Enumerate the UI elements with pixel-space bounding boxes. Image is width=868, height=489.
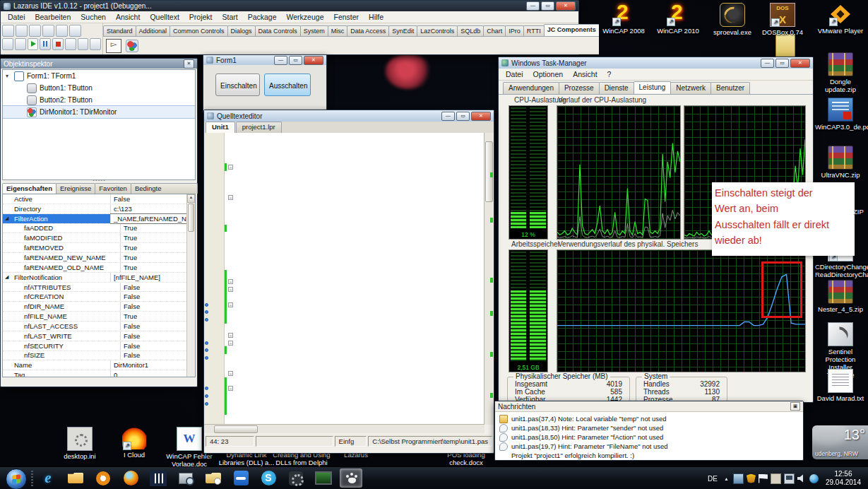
editor-vscrollbar[interactable] <box>484 133 494 425</box>
debug-point-icon[interactable] <box>205 318 208 322</box>
code-line[interactable]: . <box>204 255 484 263</box>
property-value[interactable]: True <box>121 243 195 252</box>
expander-icon[interactable]: ◢ <box>5 216 8 221</box>
scrollbar-thumb[interactable] <box>214 425 258 433</box>
step-out-icon[interactable] <box>90 38 101 50</box>
property-row[interactable]: faMODIFIED True <box>3 233 195 243</box>
form1-titlebar[interactable]: Form1 —▭✕ <box>203 55 326 65</box>
close-icon[interactable]: ✕ <box>184 59 194 69</box>
property-value[interactable]: True <box>121 224 195 233</box>
ide-menu-item[interactable]: Quelltext <box>145 12 183 22</box>
tdirmonitor-component-icon[interactable] <box>126 40 138 52</box>
message-row[interactable]: Projekt "project1" erfolgreich kompilier… <box>495 451 803 460</box>
outlook-icon[interactable] <box>202 469 225 488</box>
tray-expand-icon[interactable]: ▲ <box>723 476 730 481</box>
palette-tab[interactable]: IPro <box>505 25 524 36</box>
code-line[interactable]: 5 interface <box>204 155 484 163</box>
palette-tab[interactable]: System <box>300 25 328 36</box>
task-manager-menu-item[interactable]: Optionen <box>529 69 568 79</box>
tree-item-button2[interactable]: Button2: TButton <box>3 94 195 106</box>
palette-tab[interactable]: Dialogs <box>227 25 256 36</box>
new-unit-icon[interactable] <box>2 25 14 37</box>
palette-tab[interactable]: Common Controls <box>170 25 228 36</box>
code-line[interactable]: . −procedure TForm1.DirMonitor1Change(se… <box>204 370 484 377</box>
task-manager-tab[interactable]: Benutzer <box>711 82 750 94</box>
icon-vmware-player[interactable]: ↗ VMware Player <box>814 3 867 35</box>
fold-marker-icon[interactable]: − <box>228 279 233 284</box>
teamviewer-icon[interactable] <box>230 469 252 488</box>
property-value[interactable]: False <box>121 341 195 350</box>
code-line[interactable]: 10 { TForm1 } <box>204 179 484 187</box>
icon-desktop-ini[interactable]: desktop.ini <box>52 427 107 460</box>
property-value[interactable]: False <box>121 302 195 311</box>
speaker-tray-icon[interactable] <box>797 474 807 483</box>
view-forms-icon[interactable] <box>15 38 26 50</box>
messages-titlebar[interactable]: Nachrichten ▣ <box>495 401 803 412</box>
ide-menu-item[interactable]: Package <box>244 12 281 22</box>
open-icon[interactable] <box>29 25 41 37</box>
code-line[interactable]: 44 dirmonitor1.Active := False; <box>204 346 484 354</box>
property-row[interactable]: nfSECURITY False <box>3 341 195 351</box>
property-row[interactable]: Directory c:\123 <box>3 204 195 214</box>
build-mode-icon[interactable] <box>69 25 81 37</box>
action-center-flag-icon[interactable] <box>759 474 768 483</box>
code-line[interactable]: . −procedure TForm1.Button2Click(Sender:… <box>204 331 484 339</box>
windows-explorer-icon[interactable] <box>64 469 87 488</box>
ide-titlebar[interactable]: Lazarus IDE v1.0.12 - project1 (Debuggen… <box>1 1 578 11</box>
property-value[interactable]: False <box>121 283 195 292</box>
task-manager-menu-item[interactable]: Ansicht <box>569 69 601 79</box>
debug-point-icon[interactable] <box>205 310 208 314</box>
view-units-icon[interactable] <box>2 38 13 50</box>
code-line[interactable]: 30 <box>204 240 484 247</box>
scrollbar-thumb[interactable] <box>188 204 194 232</box>
property-value[interactable]: DirMonitor1 <box>111 360 195 370</box>
debug-point-icon[interactable] <box>205 348 208 352</box>
property-row[interactable]: Tag 0 <box>3 370 195 377</box>
property-row[interactable]: faRENAMED_OLD_NAME True <box>3 263 195 273</box>
property-value[interactable]: [nfFILE_NAME] <box>111 273 195 282</box>
property-value[interactable]: False <box>121 322 195 331</box>
code-line[interactable]: . −uses··· <box>204 163 484 171</box>
icon-david-marad-txt[interactable]: David Marad.txt <box>815 369 866 402</box>
firefox-icon[interactable] <box>119 469 142 488</box>
barcode-app-icon[interactable] <box>147 469 170 488</box>
code-line[interactable]: . −var <box>204 285 484 293</box>
code-line[interactable]: . temp:String; <box>204 293 484 301</box>
task-manager-tab[interactable]: Netzwerk <box>670 82 711 94</box>
maximize-button[interactable]: ▭ <box>541 1 554 11</box>
fold-marker-icon[interactable]: − <box>228 302 233 307</box>
property-row[interactable]: faADDED True <box>3 224 195 234</box>
code-line[interactable]: 25 <box>204 201 484 209</box>
code-line[interactable]: . <box>204 187 484 194</box>
code-line[interactable]: . <box>204 133 484 141</box>
minimize-button[interactable]: — <box>761 59 774 68</box>
icon-wincap-2008[interactable]: ↗ WinCAP 2008 <box>597 3 650 35</box>
fold-marker-icon[interactable]: − <box>228 333 233 338</box>
ide-menu-item[interactable]: Bearbeiten <box>31 12 76 22</box>
close-button[interactable]: ✕ <box>471 112 491 121</box>
scrollbar-thumb[interactable] <box>485 141 493 202</box>
fold-marker-icon[interactable]: − <box>228 195 233 200</box>
property-value[interactable]: False <box>111 194 195 204</box>
message-row[interactable]: unit1.pas(37,4) Note: Local variable "te… <box>495 414 803 423</box>
code-line[interactable]: . −begin <box>204 339 484 347</box>
task-manager-tab[interactable]: Dienste <box>599 82 634 94</box>
property-value[interactable]: False <box>121 351 195 360</box>
code-line[interactable]: . FileName: string); <box>204 377 484 385</box>
ide-menu-item[interactable]: Ansicht <box>112 12 144 22</box>
property-value[interactable]: True <box>121 233 195 242</box>
property-value[interactable]: False <box>121 292 195 301</box>
icon-ultravnc-zip[interactable]: UltraVNC.zip <box>815 146 866 179</box>
property-value[interactable]: True <box>121 312 195 321</box>
palette-tab[interactable]: SQLdb <box>457 25 484 36</box>
task-manager-titlebar[interactable]: Windows Task-Manager —▭✕ <box>499 57 813 69</box>
ide-menu-item[interactable]: Werkzeuge <box>283 12 328 22</box>
property-row[interactable]: Active False <box>3 194 195 204</box>
inspector-tab[interactable]: Ereignisse <box>56 183 95 194</box>
select-cursor-button[interactable]: ▻ <box>106 39 121 53</box>
editor-titlebar[interactable]: Quelltexteditor —▭✕ <box>204 110 494 122</box>
property-row[interactable]: Name DirMonitor1 <box>3 360 195 370</box>
palette-tab[interactable]: RTTI <box>523 25 545 36</box>
property-row[interactable]: nfDIR_NAME False <box>3 302 195 312</box>
code-line[interactable]: . <box>204 362 484 370</box>
